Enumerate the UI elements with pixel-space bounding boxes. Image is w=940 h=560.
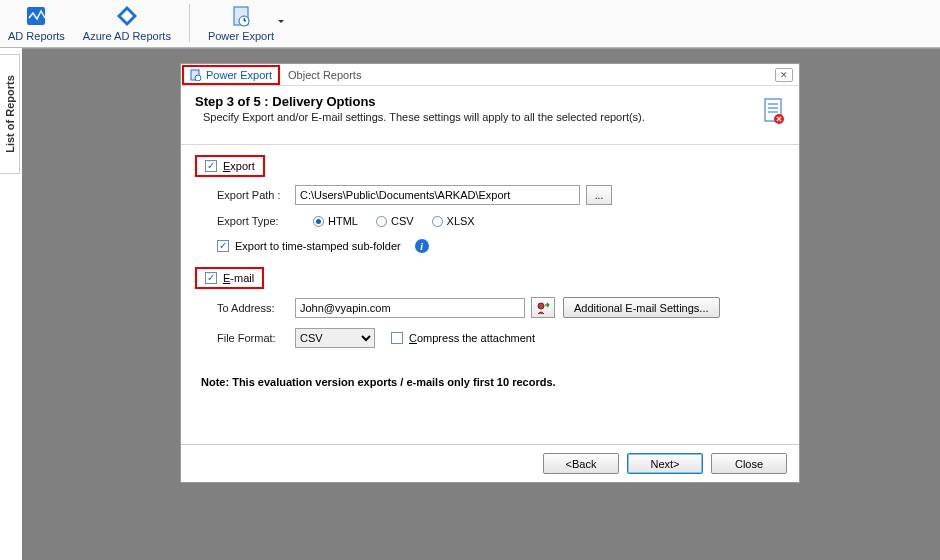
to-address-input[interactable]	[295, 298, 525, 318]
close-icon: ✕	[780, 70, 788, 80]
address-book-button[interactable]	[531, 297, 555, 318]
export-label: Export	[223, 160, 255, 172]
to-address-label: To Address:	[217, 302, 295, 314]
export-type-row: Export Type: HTML CSV XLSX	[195, 215, 785, 227]
file-format-row: File Format: CSV Compress the attachment	[195, 328, 785, 348]
step-subtitle: Specify Export and/or E-mail settings. T…	[195, 111, 763, 123]
file-format-label: File Format:	[217, 332, 295, 344]
additional-email-settings-button[interactable]: Additional E-mail Settings...	[563, 297, 720, 318]
ad-reports-icon	[24, 4, 48, 28]
ribbon-azure-reports[interactable]: Azure AD Reports	[83, 4, 171, 42]
radio-xlsx-label: XLSX	[447, 215, 475, 227]
radio-html-label: HTML	[328, 215, 358, 227]
dialog-title-active: Power Export	[182, 65, 280, 85]
email-checkbox[interactable]	[205, 272, 217, 284]
dialog-body: Export Export Path : ... Export Type: HT…	[181, 145, 799, 398]
dialog-header: Step 3 of 5 : Delivery Options Specify E…	[181, 86, 799, 134]
export-checkbox[interactable]	[205, 160, 217, 172]
evaluation-note: Note: This evaluation version exports / …	[195, 376, 785, 388]
compress-label: Compress the attachment	[409, 332, 535, 344]
ribbon-power-export-dropdown[interactable]	[278, 20, 284, 26]
radio-csv[interactable]: CSV	[376, 215, 414, 227]
address-book-icon	[536, 301, 550, 315]
timestamped-row: Export to time-stamped sub-folder i	[195, 239, 785, 253]
dialog-header-text: Step 3 of 5 : Delivery Options Specify E…	[195, 94, 763, 123]
power-export-icon	[229, 4, 253, 28]
radio-html-dot	[313, 216, 324, 227]
export-path-row: Export Path : ...	[195, 185, 785, 205]
export-path-input[interactable]	[295, 185, 580, 205]
header-report-icon	[763, 98, 785, 126]
close-button[interactable]: Close	[711, 453, 787, 474]
browse-button[interactable]: ...	[586, 185, 612, 205]
dialog-footer: <Back Next> Close	[181, 444, 799, 482]
export-checkbox-row[interactable]: Export	[195, 155, 265, 177]
timestamped-checkbox[interactable]	[217, 240, 229, 252]
export-type-label: Export Type:	[217, 215, 295, 227]
ribbon-separator	[189, 4, 190, 42]
email-label: E-mail	[223, 272, 254, 284]
back-button[interactable]: <Back	[543, 453, 619, 474]
power-export-dialog: Power Export Object Reports ✕ Step 3 of …	[180, 63, 800, 483]
side-tab-list-of-reports[interactable]: List of Reports	[0, 54, 20, 174]
radio-csv-dot	[376, 216, 387, 227]
radio-csv-label: CSV	[391, 215, 414, 227]
ribbon-ad-reports[interactable]: AD Reports	[8, 4, 65, 42]
dialog-close-button[interactable]: ✕	[775, 68, 793, 82]
side-tab-label: List of Reports	[4, 75, 16, 153]
ribbon-power-export[interactable]: Power Export	[208, 4, 274, 42]
compress-checkbox[interactable]	[391, 332, 403, 344]
timestamped-label: Export to time-stamped sub-folder	[235, 240, 401, 252]
svg-point-6	[195, 75, 201, 81]
ribbon-toolbar: AD Reports Azure AD Reports Power Export	[0, 0, 940, 48]
file-format-select[interactable]: CSV	[295, 328, 375, 348]
dialog-title-bar: Power Export Object Reports ✕	[181, 64, 799, 86]
ribbon-azure-reports-label: Azure AD Reports	[83, 30, 171, 42]
svg-point-9	[538, 303, 544, 309]
info-icon[interactable]: i	[415, 239, 429, 253]
export-path-label: Export Path :	[217, 189, 295, 201]
radio-xlsx-dot	[432, 216, 443, 227]
radio-xlsx[interactable]: XLSX	[432, 215, 475, 227]
dialog-title-active-text: Power Export	[206, 69, 272, 81]
next-button[interactable]: Next>	[627, 453, 703, 474]
azure-reports-icon	[115, 4, 139, 28]
mdi-background: Power Export Object Reports ✕ Step 3 of …	[22, 48, 940, 560]
ribbon-power-export-label: Power Export	[208, 30, 274, 42]
dialog-title-secondary: Object Reports	[280, 69, 775, 81]
step-title: Step 3 of 5 : Delivery Options	[195, 94, 763, 109]
email-checkbox-row[interactable]: E-mail	[195, 267, 264, 289]
to-address-row: To Address: Additional E-mail Settings..…	[195, 297, 785, 318]
radio-html[interactable]: HTML	[313, 215, 358, 227]
dialog-title-icon	[190, 69, 202, 81]
ribbon-ad-reports-label: AD Reports	[8, 30, 65, 42]
